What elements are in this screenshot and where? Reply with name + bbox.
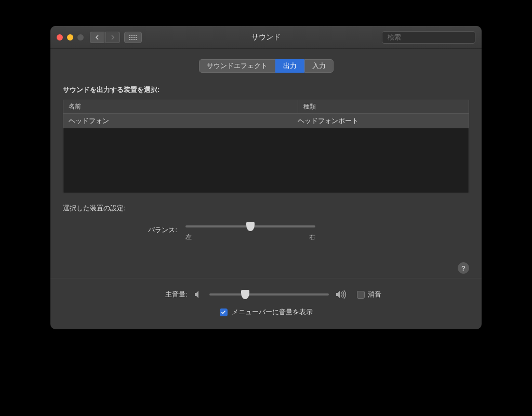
table-header: 名前 種類 [63, 100, 469, 114]
help-button[interactable]: ? [458, 262, 469, 274]
volume-label: 主音量: [151, 290, 188, 299]
tab-output[interactable]: 出力 [275, 59, 304, 73]
search-input[interactable] [388, 33, 475, 41]
help-row: ? [63, 262, 469, 274]
settings-heading: 選択した装置の設定: [63, 204, 469, 213]
device-list-heading: サウンドを出力する装置を選択: [63, 85, 469, 95]
zoom-button[interactable] [77, 34, 84, 41]
search-field[interactable] [382, 31, 475, 44]
forward-button[interactable] [105, 32, 120, 43]
mute-checkbox[interactable] [357, 291, 365, 299]
balance-control: バランス: 左 右 [63, 225, 469, 241]
close-button[interactable] [57, 34, 63, 41]
balance-right-label: 右 [309, 233, 315, 241]
column-name[interactable]: 名前 [63, 100, 298, 113]
back-button[interactable] [90, 32, 104, 43]
chevron-left-icon [95, 35, 99, 40]
column-type[interactable]: 種類 [298, 100, 469, 113]
chevron-right-icon [111, 35, 115, 40]
balance-slider[interactable] [185, 225, 315, 227]
tab-sound-effects[interactable]: サウンドエフェクト [199, 59, 275, 73]
tab-input[interactable]: 入力 [304, 59, 334, 73]
content-area: サウンドエフェクト 出力 入力 サウンドを出力する装置を選択: 名前 種類 ヘッ… [50, 49, 482, 329]
nav-buttons [90, 32, 120, 43]
grid-icon [129, 35, 137, 40]
table-row[interactable]: ヘッドフォン ヘッドフォンポート [63, 114, 469, 128]
menubar-row: メニューバーに音量を表示 [63, 307, 469, 317]
device-table: 名前 種類 ヘッドフォン ヘッドフォンポート [63, 100, 469, 193]
minimize-button[interactable] [67, 34, 73, 41]
mute-label: 消音 [368, 290, 381, 299]
balance-left-label: 左 [185, 233, 192, 241]
device-type: ヘッドフォンポート [298, 116, 463, 126]
volume-knob[interactable] [241, 290, 249, 299]
traffic-lights [57, 34, 84, 41]
show-all-button[interactable] [124, 32, 142, 43]
show-in-menubar-checkbox[interactable] [220, 308, 228, 316]
speaker-high-icon [335, 290, 348, 299]
volume-control: 主音量: 消音 [63, 290, 469, 299]
titlebar: サウンド [50, 26, 482, 49]
divider [50, 278, 482, 278]
balance-knob[interactable] [246, 222, 255, 231]
balance-label: バランス: [136, 225, 177, 235]
speaker-low-icon [194, 290, 203, 299]
show-in-menubar-label: メニューバーに音量を表示 [232, 307, 313, 317]
volume-slider[interactable] [209, 293, 329, 296]
device-name: ヘッドフォン [69, 116, 298, 126]
preferences-window: サウンド サウンドエフェクト 出力 入力 サウンドを出力する装置を選択: 名前 … [50, 26, 482, 329]
tab-bar: サウンドエフェクト 出力 入力 [63, 59, 469, 73]
